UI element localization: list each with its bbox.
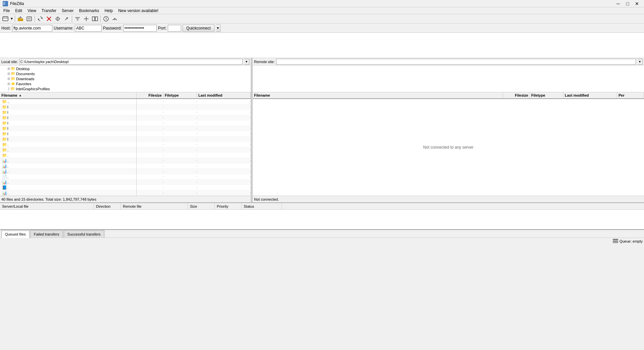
transfer-col-file[interactable]: Server/Local file	[0, 203, 94, 209]
menu-server[interactable]: Server	[59, 7, 76, 14]
svg-rect-9	[27, 17, 32, 21]
toolbar-sep-1	[15, 15, 15, 22]
password-input[interactable]	[123, 25, 157, 32]
tab-failed-transfers[interactable]: Failed transfers	[30, 230, 63, 238]
svg-line-28	[106, 19, 107, 19]
svg-rect-2	[3, 17, 8, 21]
keepalive-button[interactable]	[102, 15, 110, 23]
close-button[interactable]: ✕	[633, 0, 641, 7]
menu-file[interactable]: File	[1, 7, 12, 14]
remote-col-perms[interactable]: Per	[617, 92, 644, 98]
refresh-button[interactable]	[36, 15, 44, 23]
remote-file-area: Filename Filesize Filetype Last modified…	[253, 92, 644, 196]
transfer-body	[0, 210, 644, 229]
local-col-filename[interactable]: Filename ▲	[0, 92, 137, 98]
remote-tree[interactable]	[253, 65, 644, 92]
connection-bar: Host: Username: Password: Port: Quickcon…	[0, 23, 644, 33]
remote-status-bar: Not connected.	[253, 196, 644, 202]
speed-limit-button[interactable]	[111, 15, 119, 23]
username-input[interactable]	[75, 25, 102, 32]
port-label: Port:	[158, 26, 166, 31]
host-input[interactable]	[12, 25, 52, 32]
local-col-modified[interactable]: Last modified	[197, 92, 251, 98]
quickconnect-dropdown-arrow[interactable]: ▼	[216, 24, 220, 32]
folder-icon-intel: 📁	[10, 87, 15, 91]
local-site-label: Local site:	[1, 60, 18, 64]
transfer-area: Server/Local file Direction Remote file …	[0, 202, 644, 229]
svg-rect-31	[613, 241, 618, 242]
remote-col-modified[interactable]: Last modified	[563, 92, 617, 98]
title-bar-controls: ─ □ ✕	[614, 0, 641, 7]
quickconnect-button[interactable]: Quickconnect	[183, 24, 214, 32]
tab-queued-files[interactable]: Queued files	[1, 231, 30, 238]
tree-item-favorites[interactable]: ⊞ ⭐ Favorites	[1, 81, 250, 86]
username-label: Username:	[54, 26, 73, 31]
toolbar-sep-3	[72, 15, 72, 22]
cancel-button[interactable]	[45, 15, 53, 23]
folder-icon-downloads: 📁	[11, 77, 15, 81]
site-manager-arrow[interactable]: ▼	[10, 17, 13, 20]
compare-button[interactable]	[91, 15, 99, 23]
queue-status-text: Queue: empty	[620, 239, 643, 243]
host-label: Host:	[1, 26, 11, 31]
svg-text:F: F	[3, 2, 5, 6]
transfer-col-status[interactable]: Status	[242, 203, 282, 209]
remote-path-dropdown[interactable]: ▼	[637, 59, 643, 65]
local-col-filesize[interactable]: Filesize	[137, 92, 163, 98]
menu-view[interactable]: View	[25, 7, 39, 14]
menu-edit[interactable]: Edit	[12, 7, 25, 14]
tree-item-documents[interactable]: ⊞ 📁 Documents	[1, 71, 250, 76]
title-bar: F FileZilla ─ □ ✕	[0, 0, 644, 7]
svg-rect-25	[95, 17, 98, 21]
disconnect-button[interactable]	[54, 15, 62, 23]
menu-bookmarks[interactable]: Bookmarks	[76, 7, 102, 14]
remote-col-filesize[interactable]: Filesize	[503, 92, 530, 98]
remote-col-filetype[interactable]: Filetype	[530, 92, 563, 98]
queue-icon	[613, 239, 618, 244]
log-area	[0, 33, 644, 58]
toolbar: ▼	[0, 14, 644, 23]
remote-path-input[interactable]	[276, 59, 636, 65]
local-dir-up-button[interactable]	[16, 15, 24, 23]
transfer-col-direction[interactable]: Direction	[94, 203, 121, 209]
bottom-tabs: Queued files Failed transfers Successful…	[0, 229, 644, 238]
transfer-header: Server/Local file Direction Remote file …	[0, 203, 644, 210]
remote-file-header: Filename Filesize Filetype Last modified…	[253, 92, 644, 99]
local-path-input[interactable]	[19, 59, 243, 65]
remote-col-filename[interactable]: Filename	[253, 92, 503, 98]
remote-site-label: Remote site:	[254, 60, 275, 64]
svg-rect-24	[92, 17, 95, 21]
sync-browse-button[interactable]	[82, 15, 90, 23]
tab-successful-transfers[interactable]: Successful transfers	[64, 230, 104, 238]
filter-button[interactable]	[73, 15, 82, 23]
port-input[interactable]	[168, 25, 181, 32]
tree-item-desktop[interactable]: ⊞ 📁 Desktop	[1, 66, 250, 71]
svg-rect-32	[613, 242, 618, 243]
transfer-col-priority[interactable]: Priority	[215, 203, 242, 209]
menu-new-version[interactable]: New version available!	[115, 7, 161, 14]
reconnect-button[interactable]	[62, 15, 70, 23]
app-icon: F	[3, 1, 8, 6]
tree-item-downloads[interactable]: ⊞ 📁 Downloads	[1, 76, 250, 81]
queue-mgr-button[interactable]	[25, 15, 33, 23]
transfer-col-size[interactable]: Size	[188, 203, 215, 209]
restore-button[interactable]: □	[623, 0, 632, 7]
transfer-col-remote[interactable]: Remote file	[121, 203, 188, 209]
folder-icon-documents: 📁	[11, 71, 15, 76]
menu-transfer[interactable]: Transfer	[39, 7, 59, 14]
tree-item-intel[interactable]: ├ 📁 IntelGraphicsProfiles	[1, 86, 250, 91]
minimize-button[interactable]: ─	[614, 0, 623, 7]
main-pane: Local site: ▼ ⊞ 📁 Desktop ⊞ 📁 Documents …	[0, 58, 644, 202]
local-site-bar: Local site: ▼	[0, 58, 251, 65]
local-file-list[interactable]: 📁 .. 📁l 📁l 📁l	[0, 99, 251, 196]
local-status-text: 40 files and 15 directories. Total size:…	[1, 197, 96, 201]
file-row[interactable]: 📊 .	[0, 190, 251, 196]
password-label: Password:	[103, 26, 122, 31]
site-manager-button[interactable]	[1, 15, 9, 23]
folder-icon-favorites: ⭐	[11, 82, 15, 86]
remote-file-list[interactable]: Not connected to any server	[253, 99, 644, 196]
menu-help[interactable]: Help	[102, 7, 115, 14]
local-col-filetype[interactable]: Filetype	[163, 92, 197, 98]
local-tree[interactable]: ⊞ 📁 Desktop ⊞ 📁 Documents ⊞ 📁 Downloads …	[0, 65, 251, 92]
local-path-dropdown[interactable]: ▼	[244, 59, 249, 65]
